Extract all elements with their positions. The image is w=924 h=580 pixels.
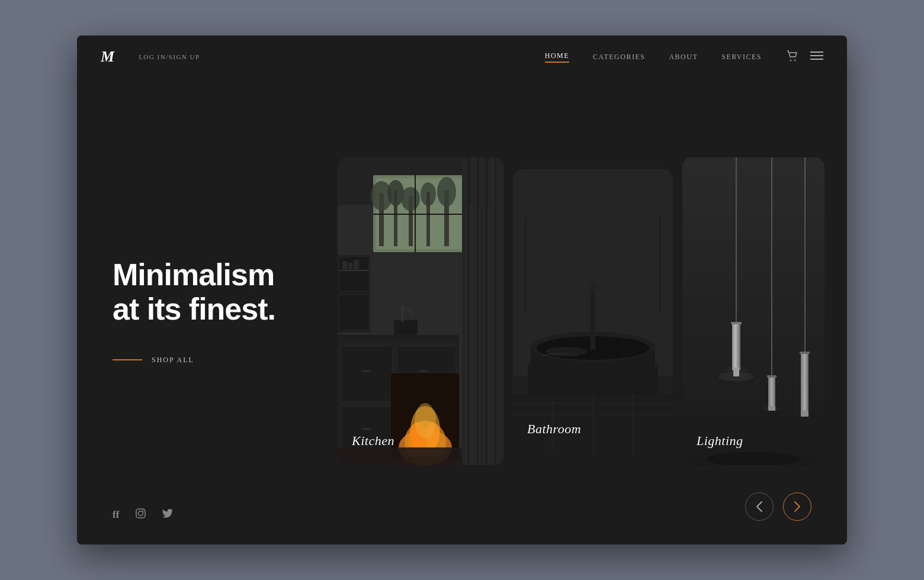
kitchen-label: Kitchen	[352, 433, 394, 449]
svg-rect-87	[771, 157, 772, 376]
svg-point-99	[139, 511, 143, 516]
svg-rect-81	[682, 157, 824, 465]
svg-rect-28	[495, 157, 496, 465]
svg-rect-69	[591, 288, 595, 350]
lighting-label: Lighting	[697, 433, 743, 449]
header: M LOG IN/SIGN UP HOME CATEGORIES ABOUT S…	[77, 36, 847, 78]
svg-rect-23	[471, 157, 477, 465]
svg-rect-92	[801, 353, 808, 412]
hero-title: Minimalism at its finest.	[113, 258, 302, 326]
svg-rect-44	[342, 261, 347, 269]
svg-rect-36	[362, 370, 371, 372]
site-logo[interactable]: M	[101, 48, 115, 66]
main-nav: HOME CATEGORIES ABOUT SERVICES	[545, 51, 762, 63]
shop-all-link[interactable]: SHOP ALL	[113, 356, 302, 365]
svg-rect-22	[468, 157, 470, 465]
main-content: Minimalism at its finest. SHOP ALL	[77, 78, 847, 544]
svg-rect-89	[767, 375, 777, 378]
svg-point-0	[790, 59, 791, 60]
browser-window: M LOG IN/SIGN UP HOME CATEGORIES ABOUT S…	[77, 36, 847, 544]
cards-container: Kitchen	[332, 78, 847, 544]
svg-point-18	[437, 177, 456, 207]
svg-point-14	[401, 187, 420, 211]
svg-point-71	[546, 347, 587, 356]
svg-point-55	[415, 403, 436, 439]
svg-rect-21	[462, 157, 468, 465]
svg-point-86	[718, 372, 754, 381]
instagram-icon[interactable]	[136, 508, 146, 521]
svg-point-100	[143, 511, 144, 512]
card-lighting[interactable]: Lighting	[682, 157, 824, 465]
prev-arrow[interactable]	[745, 492, 774, 521]
svg-rect-48	[402, 305, 403, 322]
nav-home[interactable]: HOME	[545, 51, 569, 63]
svg-point-97	[763, 406, 781, 411]
svg-rect-38	[362, 428, 371, 430]
svg-rect-45	[348, 262, 352, 269]
twitter-icon[interactable]	[162, 509, 173, 520]
svg-point-96	[724, 366, 748, 372]
svg-rect-94	[801, 411, 808, 417]
bathroom-label: Bathroom	[527, 421, 581, 437]
nav-categories[interactable]: CATEGORIES	[593, 53, 645, 62]
svg-rect-26	[486, 157, 487, 465]
svg-rect-24	[477, 157, 479, 465]
menu-icon[interactable]	[810, 51, 823, 63]
login-link[interactable]: LOG IN/SIGN UP	[139, 53, 200, 60]
svg-rect-85	[731, 322, 742, 324]
svg-rect-88	[768, 376, 775, 409]
card-bathroom[interactable]: Bathroom	[513, 169, 673, 453]
card-kitchen[interactable]: Kitchen	[338, 157, 503, 465]
next-arrow[interactable]	[783, 492, 811, 521]
facebook-icon[interactable]: f	[113, 509, 119, 521]
svg-point-1	[794, 59, 795, 60]
nav-arrows	[745, 492, 811, 521]
svg-rect-20	[373, 214, 468, 215]
svg-rect-37	[419, 370, 428, 372]
svg-rect-42	[339, 295, 369, 330]
svg-rect-25	[480, 157, 486, 465]
svg-rect-46	[354, 260, 359, 269]
svg-rect-91	[804, 157, 806, 353]
social-icons: f	[113, 508, 173, 521]
hero-text: Minimalism at its finest. SHOP ALL	[77, 258, 332, 364]
svg-rect-83	[732, 323, 740, 370]
svg-rect-57	[338, 447, 462, 465]
header-icons	[785, 49, 823, 65]
svg-rect-32	[341, 346, 393, 402]
nav-services[interactable]: SERVICES	[721, 53, 762, 62]
svg-rect-79	[659, 217, 661, 311]
svg-rect-78	[525, 217, 527, 311]
svg-rect-30	[338, 335, 459, 342]
svg-rect-82	[736, 157, 737, 323]
svg-point-16	[421, 182, 436, 206]
svg-rect-47	[394, 320, 418, 335]
svg-rect-93	[800, 352, 810, 354]
svg-point-70	[589, 283, 596, 292]
svg-rect-98	[136, 509, 145, 518]
svg-rect-43	[339, 270, 369, 271]
cart-icon[interactable]	[785, 49, 798, 65]
shop-all-text[interactable]: SHOP ALL	[152, 356, 194, 365]
svg-rect-29	[496, 157, 503, 465]
shop-all-line-decoration	[113, 359, 142, 360]
nav-about[interactable]: ABOUT	[669, 53, 698, 62]
